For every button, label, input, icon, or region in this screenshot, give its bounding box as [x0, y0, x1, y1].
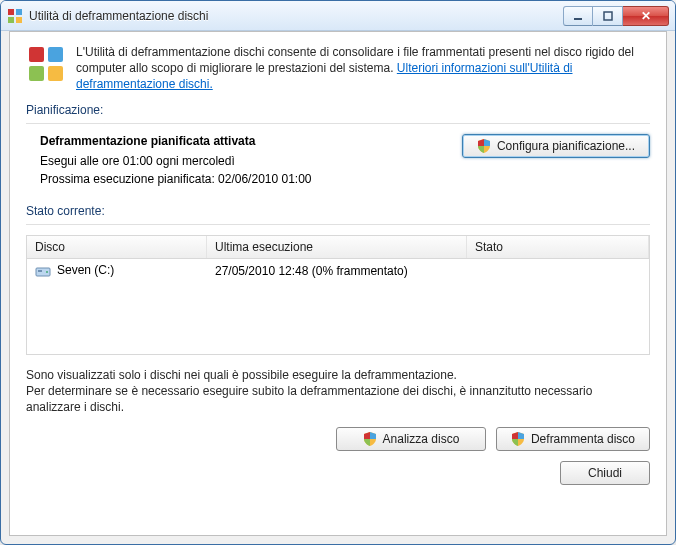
close-button-label: Chiudi	[588, 466, 622, 480]
svg-point-12	[46, 271, 48, 273]
svg-rect-7	[48, 47, 63, 62]
col-header-last-run[interactable]: Ultima esecuzione	[207, 236, 467, 258]
close-button[interactable]: Chiudi	[560, 461, 650, 485]
defrag-large-icon	[26, 44, 66, 84]
schedule-heading: Deframmentazione pianificata attivata	[40, 134, 462, 148]
analyze-disk-button[interactable]: Analizza disco	[336, 427, 486, 451]
info-row: L'Utilità di deframmentazione dischi con…	[26, 44, 650, 93]
defragment-disk-button[interactable]: Deframmenta disco	[496, 427, 650, 451]
schedule-section-label: Pianificazione:	[26, 103, 650, 117]
maximize-button[interactable]	[593, 6, 623, 26]
shield-icon	[363, 432, 377, 446]
svg-rect-4	[574, 18, 582, 20]
cell-disk-name: Seven (C:)	[27, 259, 207, 283]
info-text: L'Utilità di deframmentazione dischi con…	[76, 44, 650, 93]
analyze-disk-label: Analizza disco	[383, 432, 460, 446]
disk-table: Disco Ultima esecuzione Stato Seven (C:)…	[26, 235, 650, 355]
svg-rect-6	[29, 47, 44, 62]
defrag-app-icon	[7, 8, 23, 24]
window-buttons: ✕	[563, 6, 669, 26]
col-header-disk[interactable]: Disco	[27, 236, 207, 258]
note-text: Sono visualizzati solo i dischi nei qual…	[26, 367, 650, 416]
titlebar[interactable]: Utilità di deframmentazione dischi ✕	[1, 1, 675, 31]
defragment-disk-label: Deframmenta disco	[531, 432, 635, 446]
content-area: L'Utilità di deframmentazione dischi con…	[9, 31, 667, 536]
cell-status	[467, 267, 649, 275]
svg-rect-0	[8, 9, 14, 15]
minimize-button[interactable]	[563, 6, 593, 26]
note-line2: Per determinare se è necessario eseguire…	[26, 383, 650, 415]
schedule-next-run: Prossima esecuzione pianificata: 02/06/2…	[40, 172, 462, 186]
window-title: Utilità di deframmentazione dischi	[29, 9, 563, 23]
svg-rect-9	[48, 66, 63, 81]
close-window-button[interactable]: ✕	[623, 6, 669, 26]
configure-schedule-button[interactable]: Configura pianificazione...	[462, 134, 650, 158]
action-buttons-row: Analizza disco Deframmenta disco	[26, 427, 650, 451]
table-row[interactable]: Seven (C:) 27/05/2010 12:48 (0% framment…	[27, 259, 649, 283]
disk-name-text: Seven (C:)	[57, 263, 114, 277]
disk-icon	[35, 263, 51, 279]
separator	[26, 123, 650, 124]
schedule-run-time: Esegui alle ore 01:00 ogni mercoledì	[40, 154, 462, 168]
minimize-icon	[573, 11, 583, 21]
svg-rect-3	[16, 17, 22, 23]
svg-rect-1	[16, 9, 22, 15]
close-button-row: Chiudi	[26, 461, 650, 485]
schedule-block: Deframmentazione pianificata attivata Es…	[26, 134, 650, 190]
configure-schedule-label: Configura pianificazione...	[497, 139, 635, 153]
svg-rect-8	[29, 66, 44, 81]
maximize-icon	[603, 11, 613, 21]
svg-rect-2	[8, 17, 14, 23]
window-frame: Utilità di deframmentazione dischi ✕ L'U…	[0, 0, 676, 545]
shield-icon	[477, 139, 491, 153]
table-header: Disco Ultima esecuzione Stato	[27, 236, 649, 259]
svg-rect-11	[38, 270, 42, 272]
shield-icon	[511, 432, 525, 446]
separator	[26, 224, 650, 225]
close-icon: ✕	[641, 9, 651, 23]
schedule-info: Deframmentazione pianificata attivata Es…	[26, 134, 462, 190]
cell-last-run: 27/05/2010 12:48 (0% frammentato)	[207, 260, 467, 282]
state-section-label: Stato corrente:	[26, 204, 650, 218]
col-header-status[interactable]: Stato	[467, 236, 649, 258]
svg-rect-5	[604, 12, 612, 20]
note-line1: Sono visualizzati solo i dischi nei qual…	[26, 367, 650, 383]
